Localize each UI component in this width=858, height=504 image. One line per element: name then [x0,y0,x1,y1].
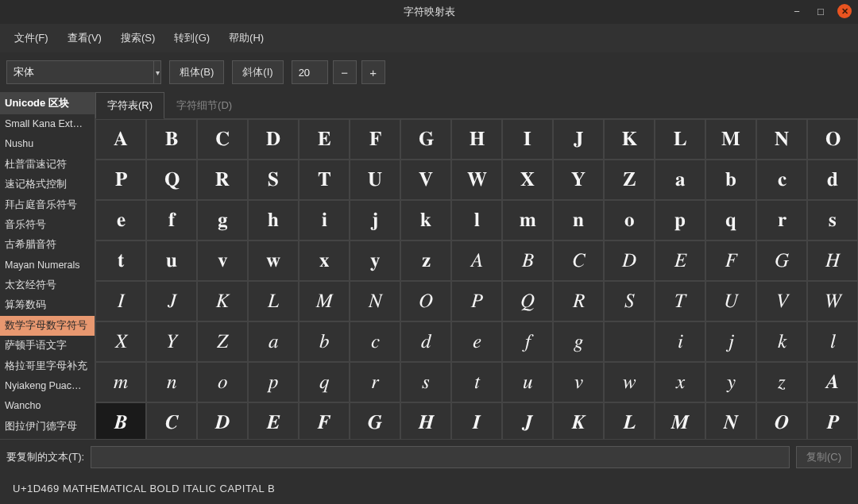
char-cell[interactable]: 𝐟 [146,200,197,240]
char-cell[interactable]: 𝑴 [655,402,705,439]
char-cell[interactable]: 𝐠 [197,200,248,240]
char-cell[interactable]: 𝐕 [400,160,451,200]
menu-item[interactable]: 文件(F) [6,27,56,49]
char-cell[interactable]: 𝑯 [400,402,451,439]
block-item[interactable]: 图拉伊门德字母 [0,417,95,437]
char-cell[interactable]: 𝑎 [248,321,299,362]
size-increase-button[interactable]: + [361,60,385,84]
char-cell[interactable]: 𝑁 [350,281,400,321]
char-cell[interactable]: 𝐽 [146,281,197,321]
char-cell[interactable]: 𝑐 [350,321,400,362]
char-cell[interactable]: 𝑘 [756,321,807,362]
chevron-down-icon[interactable]: ▾ [153,61,160,83]
char-cell[interactable]: 𝑤 [604,362,655,402]
char-cell[interactable]: 𝐃 [248,119,299,160]
block-item[interactable]: 古希腊音符 [0,235,95,255]
block-item[interactable]: Small Kana Ext… [0,114,95,134]
char-cell[interactable]: 𝐍 [756,119,807,160]
char-cell[interactable]: 𝐙 [604,160,655,200]
block-item[interactable]: Wancho [0,396,95,416]
char-cell[interactable]: 𝐯 [197,240,248,281]
char-cell[interactable]: 𝑊 [807,281,858,321]
char-cell[interactable]: 𝐞 [95,200,146,240]
char-cell[interactable]: 𝐆 [400,119,451,160]
char-cell[interactable]: 𝐼 [95,281,146,321]
char-cell[interactable]: 𝐤 [400,200,451,240]
char-cell[interactable]: 𝐹 [705,240,756,281]
char-cell[interactable]: 𝑄 [502,281,553,321]
char-cell[interactable]: 𝑠 [400,362,451,402]
char-cell[interactable]: 𝐴 [451,240,502,281]
char-cell[interactable]: 𝐢 [299,200,350,240]
char-cell[interactable]: 𝑝 [248,362,299,402]
char-cell[interactable]: 𝑑 [400,321,451,362]
char-cell[interactable]: 𝐑 [197,160,248,200]
char-cell[interactable]: 𝑬 [248,402,299,439]
char-cell[interactable]: 𝑋 [95,321,146,362]
char-cell[interactable]: 𝑵 [705,402,756,439]
char-cell[interactable]: 𝑦 [705,362,756,402]
char-cell[interactable]: 𝐔 [350,160,400,200]
char-cell[interactable]: 𝐧 [553,200,604,240]
sidebar-list[interactable]: Small Kana Ext…Nushu杜普雷速记符速记格式控制拜占庭音乐符号音… [0,114,95,439]
char-cell[interactable]: 𝑩 [95,402,146,439]
char-cell[interactable]: 𝐣 [350,200,400,240]
char-cell[interactable]: 𝐉 [553,119,604,160]
char-cell[interactable]: 𝑌 [146,321,197,362]
char-cell[interactable]: 𝐾 [197,281,248,321]
char-cell[interactable]: 𝑈 [705,281,756,321]
char-cell[interactable]: 𝐬 [807,200,858,240]
char-cell[interactable]: 𝑗 [705,321,756,362]
char-cell[interactable]: 𝐈 [502,119,553,160]
block-item[interactable]: 数学字母数字符号 [0,316,95,336]
char-cell[interactable]: 𝑲 [553,402,604,439]
char-cell[interactable]: 𝐊 [604,119,655,160]
size-value[interactable]: 20 [292,60,328,84]
char-cell[interactable]: 𝑏 [299,321,350,362]
char-cell[interactable]: 𝐨 [604,200,655,240]
char-cell[interactable]: 𝐓 [299,160,350,200]
char-cell[interactable]: 𝐡 [248,200,299,240]
char-cell[interactable]: 𝑣 [553,362,604,402]
copy-button[interactable]: 复制(C) [796,446,852,468]
block-item[interactable]: Nushu [0,134,95,154]
char-cell[interactable]: 𝐻 [807,240,858,281]
char-cell[interactable]: 𝐅 [350,119,400,160]
char-cell[interactable]: 𝑍 [197,321,248,362]
char-cell[interactable]: 𝑟 [350,362,400,402]
char-cell[interactable]: 𝑜 [197,362,248,402]
block-item[interactable]: 杜普雷速记符 [0,155,95,175]
char-cell[interactable]: 𝐿 [248,281,299,321]
char-cell[interactable]: 𝑃 [451,281,502,321]
font-combo[interactable]: ▾ [6,60,161,84]
italic-button[interactable]: 斜体(I) [232,60,283,84]
char-cell[interactable]: 𝐏 [95,160,146,200]
char-cell[interactable]: 𝐖 [451,160,502,200]
char-cell[interactable]: 𝑚 [95,362,146,402]
char-cell[interactable]: 𝑷 [807,402,858,439]
char-cell[interactable]: 𝑳 [604,402,655,439]
char-cell[interactable]: 𝐰 [248,240,299,281]
char-cell[interactable]: 𝐗 [502,160,553,200]
char-cell[interactable]: 𝐂 [197,119,248,160]
char-cell[interactable]: 𝐌 [705,119,756,160]
size-decrease-button[interactable]: − [333,60,357,84]
char-cell[interactable]: 𝑂 [400,281,451,321]
char-cell[interactable]: 𝑔 [553,321,604,362]
char-cell[interactable]: 𝐦 [502,200,553,240]
char-cell[interactable]: 𝐝 [807,160,858,200]
char-cell[interactable]: 𝑅 [553,281,604,321]
char-cell[interactable]: 𝑫 [197,402,248,439]
char-cell[interactable]: 𝑶 [756,402,807,439]
char-cell[interactable]: 𝐥 [451,200,502,240]
char-cell[interactable]: 𝑭 [299,402,350,439]
char-cell[interactable]: 𝑒 [451,321,502,362]
block-item[interactable]: 太玄经符号 [0,275,95,295]
char-cell[interactable]: 𝑀 [299,281,350,321]
char-cell[interactable]: 𝐲 [350,240,400,281]
char-cell[interactable]: 𝐸 [655,240,705,281]
block-item[interactable]: Mayan Numerals [0,256,95,275]
tab[interactable]: 字符细节(D) [164,92,244,118]
bold-button[interactable]: 粗体(B) [169,60,224,84]
char-cell[interactable]: 𝐐 [146,160,197,200]
